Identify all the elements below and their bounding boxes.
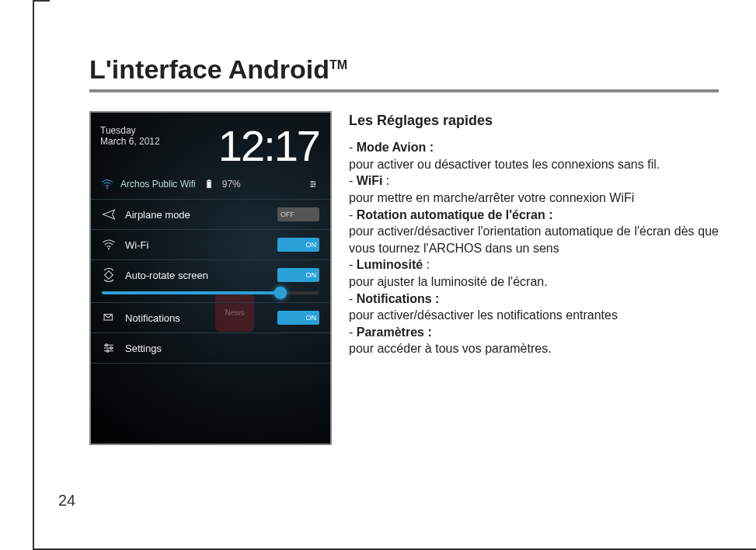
svg-rect-11 [105,271,113,280]
qs-settings[interactable]: Settings [91,332,330,364]
quick-settings-list: Airplane mode OFF Wi-Fi ON [91,199,330,364]
svg-rect-3 [208,179,210,180]
battery-percent: 97% [222,179,241,190]
item-notifications-desc: pour activer/désactiver les notification… [349,307,719,324]
wifi-icon [100,177,114,191]
item-mode-avion-desc: pour activer ou désactiver toutes les co… [349,156,719,173]
qs-brightness[interactable] [91,290,330,302]
qs-label: Settings [125,343,319,354]
notifications-icon [102,311,116,325]
qs-label: Wi-Fi [125,239,268,251]
item-parametres: - Paramètres : [349,324,719,341]
description-column: Les Réglages rapides - Mode Avion : pour… [349,111,719,445]
qs-airplane-mode[interactable]: Airplane mode OFF [91,199,330,229]
status-row: Archos Public Wifi 97% [91,174,330,199]
item-rotation-desc: pour activer/désactiver l'orientation au… [349,223,719,256]
battery-icon [202,177,216,191]
svg-point-10 [108,248,110,249]
toggle-off[interactable]: OFF [277,207,319,221]
svg-rect-6 [310,186,315,186]
device-screenshot: News Tuesday March 6, 2012 12:17 Archos … [89,111,332,445]
title-text: L'interface Android [89,54,329,84]
qs-wifi[interactable]: Wi-Fi ON [91,229,330,259]
svg-point-7 [312,181,313,183]
svg-rect-4 [310,182,315,183]
qs-label: Airplane mode [125,209,268,221]
airplane-icon [102,207,116,221]
item-wifi-desc: pour mettre en marche/arrêter votre conn… [349,190,719,207]
date-block: Tuesday March 6, 2012 [100,125,160,148]
svg-point-9 [312,186,313,187]
clock: 12:17 [218,120,319,171]
wifi-icon [102,238,116,252]
settings-quick-icon[interactable] [307,177,321,191]
svg-point-0 [106,187,108,189]
trademark: TM [329,58,347,71]
toggle-on[interactable]: ON [277,238,319,252]
svg-rect-2 [207,182,211,188]
qs-notifications[interactable]: Notifications ON [91,302,330,332]
qs-label: Notifications [125,312,268,324]
item-rotation: - Rotation automatique de l'écran : [349,207,719,224]
settings-sliders-icon [102,341,116,355]
rotate-icon [102,268,116,282]
brightness-slider[interactable] [102,291,319,294]
item-luminosite-desc: pour ajuster la luminosité de l'écran. [349,273,719,291]
page-number: 24 [58,492,75,510]
notification-header: Tuesday March 6, 2012 12:17 [91,113,330,174]
svg-point-8 [314,183,315,185]
item-luminosite: - Luminosité : [349,256,719,273]
wifi-ssid: Archos Public Wifi [120,179,196,190]
title-divider [89,89,719,92]
toggle-on[interactable]: ON [277,311,319,325]
date-full: March 6, 2012 [100,136,160,147]
qs-label: Auto-rotate screen [125,270,268,281]
section-title: Les Réglages rapides [349,111,719,130]
qs-auto-rotate[interactable]: Auto-rotate screen ON [91,259,330,290]
item-parametres-desc: pour accéder à tous vos paramètres. [349,340,719,357]
item-notifications: - Notifications : [349,291,719,308]
item-mode-avion: - Mode Avion : [349,139,719,156]
toggle-on[interactable]: ON [277,268,319,282]
date-day: Tuesday [100,125,160,136]
item-wifi: - WiFi : [349,172,719,190]
slider-thumb[interactable] [274,287,287,299]
page-title: L'interface AndroidTM [89,54,719,85]
